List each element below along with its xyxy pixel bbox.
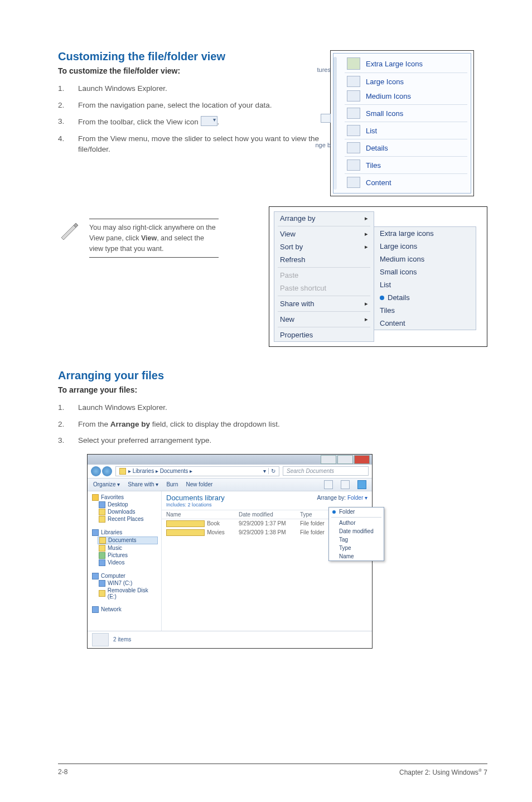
side-c[interactable]: WIN7 (C:) — [99, 580, 158, 587]
side-downloads[interactable]: Downloads — [99, 509, 158, 515]
view-icon — [201, 116, 217, 126]
status-folder-icon — [92, 633, 109, 646]
side-pictures[interactable]: Pictures — [99, 552, 158, 559]
explorer-toolbar: Organize ▾ Share with ▾ Burn New folder — [88, 479, 372, 491]
computer-icon — [92, 573, 99, 579]
explorer-titlebar — [88, 455, 372, 465]
close-button[interactable] — [354, 455, 370, 464]
ctx-details[interactable]: Details — [374, 291, 476, 304]
ctx-paste: Paste — [274, 269, 374, 282]
view-menu-side-labels: tures nge b — [307, 51, 333, 196]
view-dropdown-icon[interactable] — [324, 480, 333, 489]
ctx-tiles[interactable]: Tiles — [374, 304, 476, 317]
ctx-new[interactable]: New▸ — [274, 313, 374, 326]
tb-share[interactable]: Share with ▾ — [128, 481, 158, 487]
help-icon[interactable] — [357, 480, 366, 489]
ctx-sort-by[interactable]: Sort by▸ — [274, 240, 374, 253]
arr-folder[interactable]: Folder — [329, 508, 384, 516]
explorer-sidebar: Favorites Desktop Downloads Recent Place… — [88, 491, 162, 631]
ctx-view[interactable]: View▸ — [274, 228, 374, 240]
side-e[interactable]: Removable Disk (E:) — [99, 587, 158, 600]
star-icon — [92, 494, 99, 501]
arr-type[interactable]: Type — [329, 544, 384, 552]
side-network[interactable]: Network — [92, 606, 158, 613]
side-libraries[interactable]: Libraries — [92, 529, 158, 536]
arr-date[interactable]: Date modified — [329, 527, 384, 535]
selected-dot-icon — [380, 296, 384, 300]
content-icon — [347, 177, 360, 188]
folder-icon — [166, 529, 205, 536]
side-favorites[interactable]: Favorites — [92, 494, 158, 501]
ctx-sm-icons[interactable]: Small icons — [374, 265, 476, 278]
selected-dot-icon — [332, 510, 336, 514]
ctx-properties[interactable]: Properties — [274, 328, 374, 341]
vm-details[interactable]: Details — [345, 141, 467, 155]
preview-pane-icon[interactable] — [341, 480, 350, 489]
explorer-main: Documents library Includes: 2 locations … — [162, 491, 372, 631]
section-arranging: Arranging your files To arrange your fil… — [58, 369, 487, 649]
lib-sub: Includes: 2 locations — [166, 502, 225, 508]
side-recent[interactable]: Recent Places — [99, 516, 158, 523]
step-2: 2.From the navigation pane, select the l… — [58, 100, 320, 111]
ctx-share-with[interactable]: Share with▸ — [274, 297, 374, 310]
pictures-icon — [99, 552, 105, 559]
breadcrumb[interactable]: ▸ Libraries ▸ Documents ▸ ▾↻ — [115, 466, 279, 476]
status-text: 2 items — [113, 636, 131, 642]
col-date[interactable]: Date modified — [239, 511, 300, 518]
section2-subheading: To arrange your files: — [58, 385, 487, 394]
music-icon — [99, 545, 105, 552]
arrange-by-dropdown[interactable]: Folder ▾ — [347, 495, 367, 501]
md-icons-icon — [347, 90, 360, 102]
ctx-arrange-by[interactable]: Arrange by▸ — [274, 212, 374, 225]
recent-icon — [99, 516, 105, 523]
col-name[interactable]: Name — [166, 511, 239, 518]
note-block: You may also right-click anywhere on the… — [58, 219, 259, 258]
section1-subheading: To customize the file/folder view: — [58, 66, 320, 75]
note-row: You may also right-click anywhere on the… — [58, 206, 487, 347]
arrange-by-label: Arrange by: Folder ▾ — [317, 495, 367, 501]
vm-large-icons[interactable]: Large Icons — [345, 74, 467, 89]
page-number: 2-8 — [58, 768, 67, 776]
details-icon — [347, 142, 360, 153]
ctx-md-icons[interactable]: Medium icons — [374, 253, 476, 265]
arr-author[interactable]: Author — [329, 519, 384, 527]
s2-step-3: 3.Select your preferred arrangement type… — [58, 435, 487, 446]
xl-icons-icon — [347, 57, 360, 70]
search-input[interactable]: Search Documents — [283, 466, 369, 476]
side-desktop[interactable]: Desktop — [99, 501, 158, 508]
lg-icons-icon — [347, 76, 360, 87]
tiles-icon — [347, 160, 360, 171]
context-menu-screenshot: Arrange by▸ View▸ Sort by▸ Refresh Paste… — [269, 206, 487, 347]
view-menu-screenshot: tures nge b Extra Large Icons Large Icon… — [330, 50, 474, 196]
ctx-lg-icons[interactable]: Large icons — [374, 240, 476, 253]
explorer-body: Favorites Desktop Downloads Recent Place… — [88, 491, 372, 631]
side-documents[interactable]: Documents — [98, 537, 158, 544]
chapter-label: Chapter 2: Using Windows® 7 — [399, 768, 487, 776]
explorer-address-bar: ▸ Libraries ▸ Documents ▸ ▾↻ Search Docu… — [88, 465, 372, 479]
ctx-xl-icons[interactable]: Extra large icons — [374, 227, 476, 240]
ctx-content[interactable]: Content — [374, 317, 476, 330]
arr-tag[interactable]: Tag — [329, 535, 384, 544]
tb-organize[interactable]: Organize ▾ — [93, 481, 120, 487]
vm-extra-large-icons[interactable]: Extra Large Icons — [345, 56, 467, 71]
vm-small-icons[interactable]: Small Icons — [345, 106, 467, 120]
forward-button[interactable] — [102, 466, 112, 476]
vm-medium-icons[interactable]: Medium Icons — [345, 89, 467, 103]
arr-name[interactable]: Name — [329, 552, 384, 561]
ctx-refresh[interactable]: Refresh — [274, 253, 374, 266]
side-computer[interactable]: Computer — [92, 573, 158, 579]
minimize-button[interactable] — [321, 455, 336, 464]
ctx-list[interactable]: List — [374, 278, 476, 291]
side-videos[interactable]: Videos — [99, 559, 158, 566]
back-button[interactable] — [91, 466, 101, 476]
vm-content[interactable]: Content — [345, 175, 467, 190]
grid-icon — [321, 114, 331, 123]
tb-newfolder[interactable]: New folder — [186, 481, 213, 487]
vm-list[interactable]: List — [345, 123, 467, 138]
maximize-button[interactable] — [337, 455, 353, 464]
side-music[interactable]: Music — [99, 545, 158, 552]
folder-icon — [119, 468, 126, 475]
sm-icons-icon — [347, 108, 360, 119]
tb-burn[interactable]: Burn — [166, 481, 178, 487]
vm-tiles[interactable]: Tiles — [345, 158, 467, 172]
